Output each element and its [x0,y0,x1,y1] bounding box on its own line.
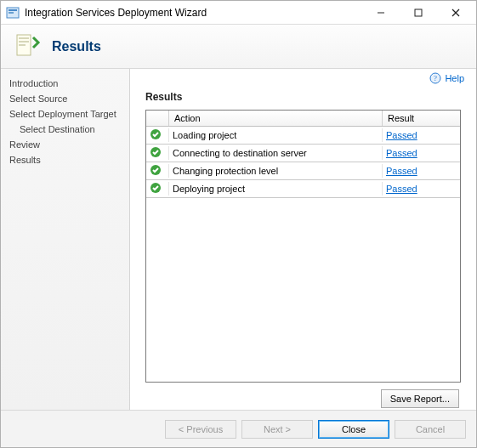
main-panel: ? Help Results Action Result Loadi [130,69,476,410]
svg-rect-2 [9,12,14,14]
success-icon [150,182,162,194]
svg-rect-10 [19,44,26,46]
table-row: Deploying project Passed [146,180,460,198]
success-icon [150,128,162,140]
next-button: Next > [241,420,313,439]
svg-rect-9 [19,41,29,43]
nav-review[interactable]: Review [1,137,129,152]
nav-select-source[interactable]: Select Source [1,91,129,106]
results-grid: Action Result Loading project Passed [145,110,461,383]
col-result-header: Result [382,111,460,126]
result-link[interactable]: Passed [386,184,417,194]
status-cell [146,127,168,144]
status-cell [146,180,168,197]
help-link[interactable]: ? Help [429,72,464,84]
action-cell: Loading project [168,128,382,142]
results-page-icon [13,32,42,61]
nav-select-deployment-target[interactable]: Select Deployment Target [1,106,129,122]
page-title: Results [52,39,101,54]
wizard-header: Results [1,25,476,69]
col-action-header: Action [168,111,382,126]
action-cell: Connecting to destination server [168,146,382,160]
nav-introduction[interactable]: Introduction [1,76,129,91]
help-label: Help [445,73,464,83]
table-row: Loading project Passed [146,127,460,145]
result-link[interactable]: Passed [386,148,417,158]
svg-rect-1 [9,9,17,11]
results-grid-body: Loading project Passed Connecting to des… [146,127,460,382]
col-icon-header [146,111,168,126]
nav-results[interactable]: Results [1,152,129,167]
result-link[interactable]: Passed [386,166,417,176]
result-link[interactable]: Passed [386,130,417,140]
svg-rect-8 [19,37,29,39]
svg-text:?: ? [434,74,437,82]
help-icon: ? [429,72,441,84]
window-title: Integration Services Deployment Wizard [25,7,362,19]
nav-select-destination[interactable]: Select Destination [1,122,129,137]
maximize-button[interactable] [400,1,437,24]
title-bar: Integration Services Deployment Wizard [1,1,476,25]
table-row: Changing protection level Passed [146,162,460,180]
close-window-button[interactable] [437,1,474,24]
section-title: Results [145,91,461,103]
window-controls [362,1,474,24]
wizard-nav-sidebar: Introduction Select Source Select Deploy… [1,69,130,410]
close-button[interactable]: Close [318,420,389,439]
wizard-footer: < Previous Next > Close Cancel [1,410,476,447]
table-row: Connecting to destination server Passed [146,145,460,162]
success-icon [150,164,162,176]
svg-rect-4 [415,9,422,16]
results-grid-header: Action Result [146,111,460,127]
status-cell [146,162,168,179]
action-cell: Deploying project [168,182,382,196]
action-cell: Changing protection level [168,164,382,178]
cancel-button: Cancel [395,420,466,439]
minimize-button[interactable] [362,1,400,24]
previous-button: < Previous [165,420,236,439]
status-cell [146,145,168,162]
app-icon [6,6,20,20]
success-icon [150,146,162,158]
save-report-button[interactable]: Save Report... [381,389,459,408]
